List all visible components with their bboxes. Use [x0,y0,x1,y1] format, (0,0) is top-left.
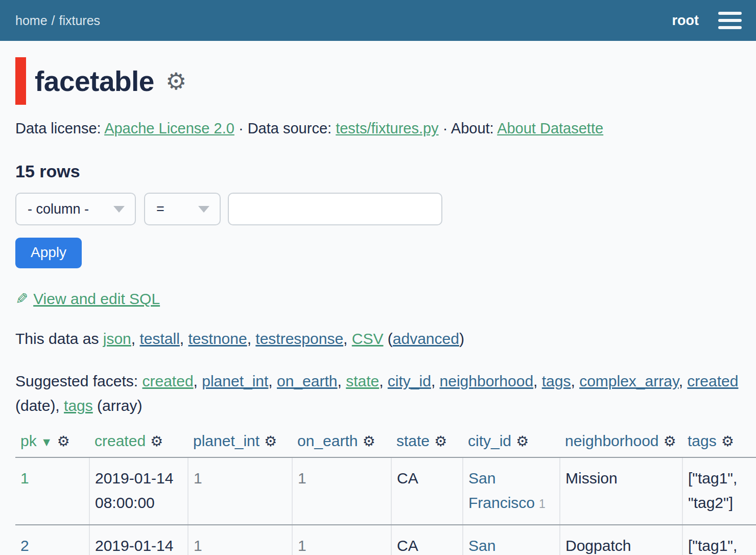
facet-link-tags[interactable]: tags [542,373,571,389]
facet-link-neighborhood[interactable]: neighborhood [440,373,534,389]
cell-pk: 1 [15,457,89,525]
about-label: About: [451,120,494,136]
filter-row: - column - = [15,193,741,225]
export-links-line: This data as json, testall, testnone, te… [15,330,741,348]
row-count-heading: 15 rows [15,161,741,181]
cell-neighborhood: Mission [560,457,682,525]
page-title: facetable [35,65,154,98]
filter-value-input[interactable] [228,193,442,225]
export-link-testnone[interactable]: testnone [188,330,247,347]
separator: , [337,373,346,389]
cell-on-earth: 1 [292,457,391,525]
export-link-csv[interactable]: CSV [352,330,384,347]
export-link-testresponse[interactable]: testresponse [255,330,343,347]
column-header-created: created⚙ [89,429,188,457]
filter-column-select-value: - column - [28,201,106,217]
column-header-tags-link[interactable]: tags [688,432,717,449]
column-gear-icon[interactable]: ⚙ [434,433,447,449]
separator: , [571,373,579,389]
facet-link-tags-array[interactable]: tags [64,397,93,414]
column-gear-icon[interactable]: ⚙ [664,433,676,449]
cell-city-id: San Francisco1 [463,525,560,555]
separator: , [679,373,688,389]
separator: , [343,330,352,347]
facet-link-planet-int[interactable]: planet_int [202,373,268,389]
cell-pk: 2 [15,525,89,555]
filter-operator-select-value: = [156,201,191,217]
separator: , [431,373,440,389]
meta-dot: · [239,120,244,136]
export-link-testall[interactable]: testall [139,330,179,347]
export-prefix: This data as [15,330,103,347]
cell-state: CA [391,457,463,525]
column-gear-icon[interactable]: ⚙ [516,433,529,449]
column-header-created-link[interactable]: created [94,432,146,449]
table-settings-gear-icon[interactable]: ⚙ [166,70,186,93]
hamburger-bar [718,26,742,29]
cell-city-id: San Francisco1 [463,457,560,525]
view-edit-sql-link[interactable]: View and edit SQL [33,290,160,307]
column-header-city-id: city_id⚙ [463,429,560,457]
pk-link[interactable]: 2 [20,537,29,554]
separator: (date), [15,397,64,414]
cell-created: 2019-01-14 08:00:00 [89,457,188,525]
about-link[interactable]: About Datasette [497,120,603,136]
export-link-json[interactable]: json [103,330,131,347]
column-gear-icon[interactable]: ⚙ [264,433,277,449]
facet-link-state[interactable]: state [346,373,379,389]
separator: , [194,373,202,389]
facet-link-created-date[interactable]: created [687,373,738,389]
city-link[interactable]: San Francisco [468,537,535,555]
filter-column-select[interactable]: - column - [15,193,136,225]
column-gear-icon[interactable]: ⚙ [721,433,734,449]
column-header-pk: pk▼⚙ [15,429,89,457]
sort-desc-icon: ▼ [41,435,53,449]
table-row: 1 2019-01-14 08:00:00 1 1 CA San Francis… [15,457,756,525]
column-gear-icon[interactable]: ⚙ [150,433,163,449]
cell-on-earth: 1 [292,525,391,555]
column-gear-icon[interactable]: ⚙ [57,433,69,449]
separator: , [247,330,256,347]
facet-link-city-id[interactable]: city_id [388,373,431,389]
separator: ) [459,330,464,347]
chevron-down-icon [113,206,125,213]
chevron-down-icon [198,206,209,213]
facet-link-on-earth[interactable]: on_earth [277,373,337,389]
license-label: Data license: [15,120,101,136]
column-header-neighborhood-link[interactable]: neighborhood [565,432,659,449]
cell-neighborhood: Dogpatch [560,525,682,555]
city-count-badge: 1 [539,497,546,511]
separator: ( [383,330,392,347]
column-header-state-link[interactable]: state [396,432,430,449]
apply-button[interactable]: Apply [15,238,82,268]
separator: (array) [93,397,143,414]
separator: , [533,373,542,389]
column-header-pk-link[interactable]: pk [20,432,37,449]
logged-in-user[interactable]: root [672,13,699,29]
source-label: Data source: [248,120,332,136]
column-header-planet-int-link[interactable]: planet_int [193,432,259,449]
column-header-city-id-link[interactable]: city_id [468,432,511,449]
export-link-advanced[interactable]: advanced [393,330,459,347]
city-link[interactable]: San Francisco [468,470,535,511]
facet-link-created[interactable]: created [143,373,194,389]
license-link[interactable]: Apache License 2.0 [104,120,234,136]
separator: , [268,373,277,389]
column-header-on-earth-link[interactable]: on_earth [297,432,358,449]
suggested-facets-line: Suggested facets: created, planet_int, o… [15,369,741,418]
breadcrumb-fixtures-link[interactable]: fixtures [59,13,101,28]
filter-operator-select[interactable]: = [144,193,221,225]
hamburger-menu-icon[interactable] [718,12,742,29]
breadcrumb-separator: / [52,13,55,28]
source-link[interactable]: tests/fixtures.py [336,120,438,136]
column-header-state: state⚙ [391,429,463,457]
pk-link[interactable]: 1 [20,470,29,487]
cell-planet-int: 1 [188,457,292,525]
breadcrumb-home-link[interactable]: home [15,13,48,28]
rows-table: pk▼⚙ created⚙ planet_int⚙ on_earth⚙ stat… [15,429,756,555]
hamburger-bar [718,12,742,15]
title-accent-bar [15,57,26,105]
facet-link-complex-array[interactable]: complex_array [579,373,679,389]
top-navigation-bar: home/fixtures root [0,0,756,41]
column-gear-icon[interactable]: ⚙ [362,433,375,449]
